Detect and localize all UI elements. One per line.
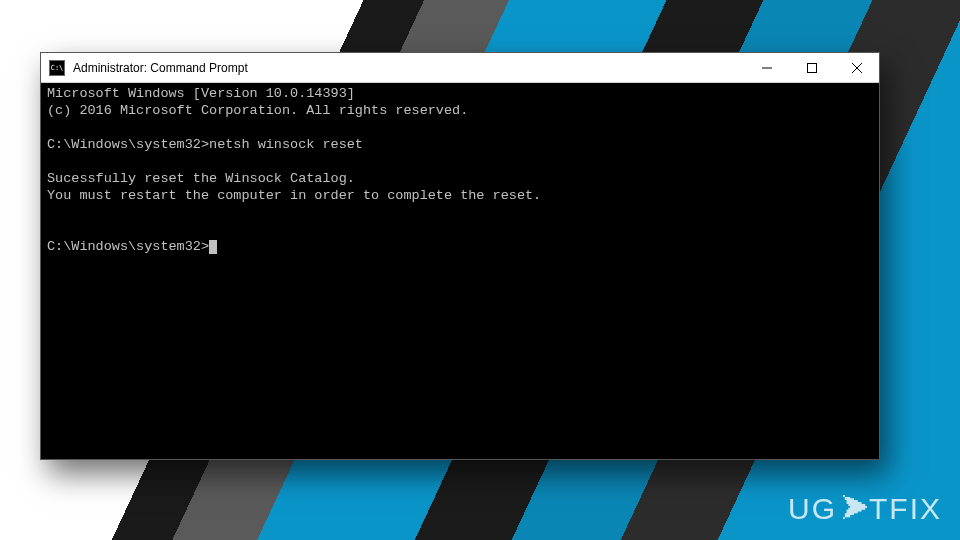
command-prompt-icon: C:\ <box>49 60 65 76</box>
maximize-button[interactable] <box>789 53 834 82</box>
entered-command: netsh winsock reset <box>209 137 363 152</box>
minimize-button[interactable] <box>744 53 789 82</box>
output-line: You must restart the computer in order t… <box>47 188 541 203</box>
watermark-arrow-icon: ⮜ <box>837 492 869 526</box>
command-prompt-window: C:\ Administrator: Command Prompt Micros… <box>40 52 880 460</box>
watermark-logo: UG⮜TFIX <box>788 492 942 526</box>
titlebar[interactable]: C:\ Administrator: Command Prompt <box>41 53 879 83</box>
watermark-text-pre: UG <box>788 492 837 525</box>
watermark-text-post: TFIX <box>869 492 942 525</box>
prompt-path: C:\Windows\system32> <box>47 239 209 254</box>
window-title: Administrator: Command Prompt <box>73 61 248 75</box>
output-line: Sucessfully reset the Winsock Catalog. <box>47 171 355 186</box>
prompt-path: C:\Windows\system32> <box>47 137 209 152</box>
terminal-output[interactable]: Microsoft Windows [Version 10.0.14393] (… <box>41 83 879 459</box>
close-button[interactable] <box>834 53 879 82</box>
svg-rect-1 <box>807 63 816 72</box>
window-controls <box>744 53 879 82</box>
version-line: Microsoft Windows [Version 10.0.14393] <box>47 86 355 101</box>
cursor <box>209 240 217 254</box>
titlebar-left: C:\ Administrator: Command Prompt <box>49 60 248 76</box>
copyright-line: (c) 2016 Microsoft Corporation. All righ… <box>47 103 468 118</box>
